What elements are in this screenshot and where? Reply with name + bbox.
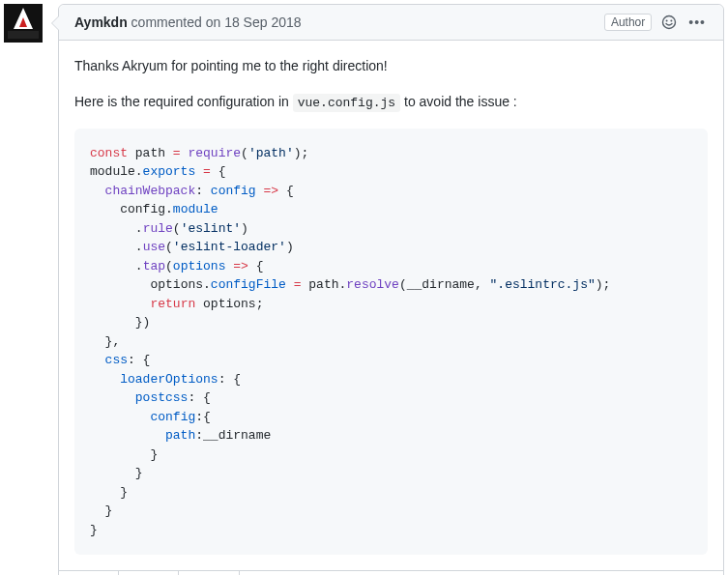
svg-point-3: [666, 19, 668, 21]
reaction-tada[interactable]: 🎉 1: [119, 571, 179, 575]
body-paragraph: Thanks Akryum for pointing me to the rig…: [74, 56, 708, 76]
author-badge: Author: [604, 14, 652, 31]
reactions-bar: 👍 8 🎉 1 ❤️ 5: [59, 570, 723, 575]
code-block: const path = require('path'); module.exp…: [74, 129, 708, 556]
commented-label: commented on: [131, 14, 225, 30]
avatar[interactable]: [4, 4, 43, 43]
author-link[interactable]: Aymkdn: [74, 14, 128, 30]
more-actions-button[interactable]: •••: [686, 14, 708, 31]
add-reaction-button[interactable]: [659, 13, 679, 32]
svg-rect-1: [8, 31, 39, 39]
timestamp-link[interactable]: 18 Sep 2018: [224, 14, 301, 30]
reaction-thumbs-up[interactable]: 👍 8: [59, 571, 119, 575]
comment-body: Thanks Akryum for pointing me to the rig…: [59, 41, 723, 570]
comment-header: Aymkdn commented on 18 Sep 2018 Author: [59, 5, 723, 41]
svg-point-2: [663, 16, 676, 29]
kebab-icon: •••: [688, 15, 706, 29]
inline-code: vue.config.js: [293, 94, 400, 112]
avatar-image: [4, 4, 43, 43]
body-paragraph: Here is the required configuration in vu…: [74, 92, 708, 113]
reaction-heart[interactable]: ❤️ 5: [179, 571, 239, 575]
comment-container: Aymkdn commented on 18 Sep 2018 Author: [58, 4, 724, 575]
svg-point-4: [671, 19, 673, 21]
smiley-icon: [661, 14, 677, 30]
